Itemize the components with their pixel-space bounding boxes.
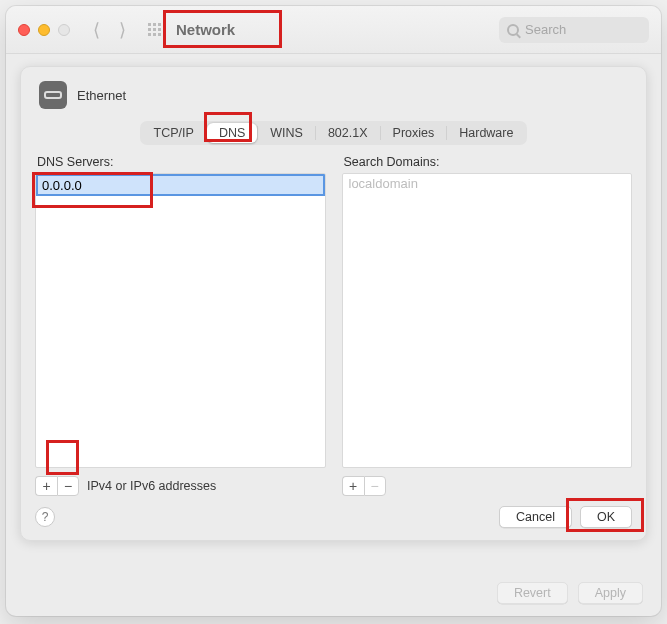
domains-buttons-row: + − — [342, 476, 633, 496]
tab-tcpip[interactable]: TCP/IP — [142, 123, 206, 143]
domains-column: Search Domains: localdomain + − — [342, 155, 633, 496]
window-footer: Revert Apply — [497, 582, 643, 604]
traffic-lights — [18, 24, 70, 36]
advanced-sheet: Ethernet TCP/IP DNS WINS 802.1X Proxies … — [20, 66, 647, 541]
columns: DNS Servers: + − IPv4 or IPv6 addresses … — [35, 155, 632, 496]
close-window-button[interactable] — [18, 24, 30, 36]
dns-server-input[interactable] — [36, 174, 325, 196]
dns-servers-label: DNS Servers: — [35, 155, 326, 169]
revert-button: Revert — [497, 582, 568, 604]
domain-item[interactable]: localdomain — [349, 176, 418, 191]
segmented-control: TCP/IP DNS WINS 802.1X Proxies Hardware — [140, 121, 528, 145]
toolbar: ⟨ ⟩ Network Search — [6, 6, 661, 54]
search-placeholder: Search — [525, 22, 566, 37]
service-name: Ethernet — [77, 88, 126, 103]
dns-servers-list[interactable] — [35, 173, 326, 468]
remove-dns-button[interactable]: − — [57, 476, 79, 496]
tab-8021x[interactable]: 802.1X — [316, 123, 380, 143]
tab-hardware[interactable]: Hardware — [447, 123, 525, 143]
dns-hint: IPv4 or IPv6 addresses — [87, 479, 216, 493]
search-field[interactable]: Search — [499, 17, 649, 43]
cancel-button[interactable]: Cancel — [499, 506, 572, 528]
tab-wins[interactable]: WINS — [258, 123, 315, 143]
tab-dns[interactable]: DNS — [207, 123, 257, 143]
back-button[interactable]: ⟨ — [86, 20, 106, 40]
add-dns-button[interactable]: + — [35, 476, 57, 496]
ok-button[interactable]: OK — [580, 506, 632, 528]
add-domain-button[interactable]: + — [342, 476, 364, 496]
prefs-window: ⟨ ⟩ Network Search Ethernet TCP/IP — [6, 6, 661, 616]
search-domains-list[interactable]: localdomain — [342, 173, 633, 468]
zoom-window-button — [58, 24, 70, 36]
ethernet-icon — [39, 81, 67, 109]
service-row: Ethernet — [35, 81, 632, 109]
forward-button: ⟩ — [112, 20, 132, 40]
apply-button: Apply — [578, 582, 643, 604]
sheet-footer: ? Cancel OK — [35, 506, 632, 528]
title-area: Network — [148, 21, 235, 38]
dns-buttons-row: + − IPv4 or IPv6 addresses — [35, 476, 326, 496]
domains-stepper: + − — [342, 476, 386, 496]
tabs: TCP/IP DNS WINS 802.1X Proxies Hardware — [35, 121, 632, 145]
nav-arrows: ⟨ ⟩ — [86, 20, 132, 40]
tab-proxies[interactable]: Proxies — [381, 123, 447, 143]
dns-stepper: + − — [35, 476, 79, 496]
minimize-window-button[interactable] — [38, 24, 50, 36]
window-title: Network — [176, 21, 235, 38]
search-domains-label: Search Domains: — [342, 155, 633, 169]
remove-domain-button: − — [364, 476, 386, 496]
show-all-icon[interactable] — [148, 23, 166, 36]
help-button[interactable]: ? — [35, 507, 55, 527]
search-icon — [507, 24, 519, 36]
dns-column: DNS Servers: + − IPv4 or IPv6 addresses — [35, 155, 326, 496]
